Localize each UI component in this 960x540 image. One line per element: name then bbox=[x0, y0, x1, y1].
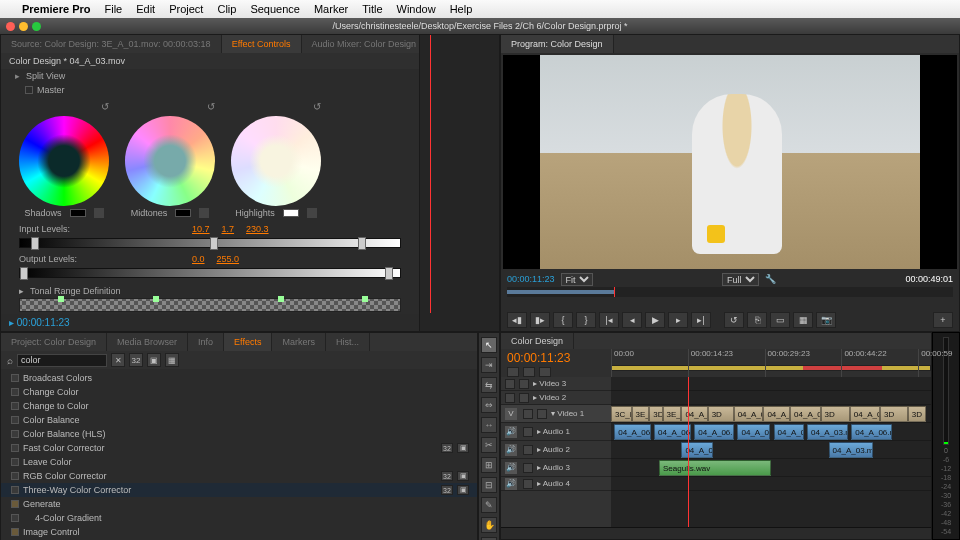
audio-clip[interactable]: 04_A_03.m bbox=[807, 424, 848, 440]
timeline-tracks-area[interactable]: 3C_B3E_A_01.m3D3E_A_004_A_043D04_A_06.m0… bbox=[611, 377, 931, 527]
audio-clip[interactable]: 04_A_06. bbox=[654, 424, 691, 440]
input-black[interactable]: 10.7 bbox=[192, 224, 210, 234]
video-clip[interactable]: 3D bbox=[708, 406, 734, 422]
output-black[interactable]: 0.0 bbox=[192, 254, 205, 264]
fx-item[interactable]: Three-Way Color Corrector32▣ bbox=[1, 483, 477, 497]
audio-clip[interactable]: 04_A_06.mc bbox=[851, 424, 892, 440]
fx-filter-accel[interactable]: ▣ bbox=[147, 353, 161, 367]
eye-icon[interactable] bbox=[505, 379, 515, 389]
effects-search-input[interactable] bbox=[17, 354, 107, 367]
menu-title[interactable]: Title bbox=[362, 3, 382, 15]
fx-item[interactable]: Leave Color bbox=[1, 455, 477, 469]
transport-button[interactable]: ▮▸ bbox=[530, 312, 550, 328]
mute-icon[interactable]: 🔊 bbox=[505, 462, 517, 474]
transport-button[interactable]: ▦ bbox=[793, 312, 813, 328]
midtones-color-wheel[interactable] bbox=[125, 116, 215, 206]
fx-item[interactable]: Broadcast Colors bbox=[1, 371, 477, 385]
track-v1-label[interactable]: ▾ Video 1 bbox=[551, 409, 584, 418]
tab-audio-mixer[interactable]: Audio Mixer: Color Design bbox=[302, 35, 428, 53]
disclosure-icon[interactable]: ▸ bbox=[19, 286, 24, 296]
tonal-range-slider[interactable] bbox=[19, 298, 401, 312]
fx-item[interactable]: Change Color bbox=[1, 385, 477, 399]
video-clip[interactable]: 3D bbox=[649, 406, 662, 422]
fx-item[interactable]: Generate bbox=[1, 497, 477, 511]
ec-timeline-strip[interactable] bbox=[419, 35, 499, 331]
rolling-edit-tool[interactable]: ⇔ bbox=[481, 397, 497, 413]
video-clip[interactable]: 04_A_06 bbox=[790, 406, 820, 422]
tab-source[interactable]: Source: Color Design: 3E_A_01.mov: 00:00… bbox=[1, 35, 222, 53]
mute-icon[interactable]: 🔊 bbox=[505, 426, 517, 438]
tab-project[interactable]: Project: Color Design bbox=[1, 333, 107, 351]
lock-icon[interactable] bbox=[537, 409, 547, 419]
disclosure-icon[interactable]: ▸ bbox=[15, 71, 20, 81]
tab-effect-controls[interactable]: Effect Controls bbox=[222, 35, 302, 53]
marker-icon[interactable] bbox=[523, 367, 535, 377]
program-scrubber[interactable] bbox=[507, 287, 953, 297]
audio-clip[interactable]: 04_A_03.m bbox=[737, 424, 770, 440]
playhead[interactable] bbox=[688, 377, 689, 527]
split-view-label[interactable]: Split View bbox=[26, 71, 65, 81]
menu-sequence[interactable]: Sequence bbox=[250, 3, 300, 15]
output-white[interactable]: 255.0 bbox=[217, 254, 240, 264]
video-clip[interactable]: 04_A_03.m bbox=[763, 406, 790, 422]
fx-filter-yuv[interactable]: ▦ bbox=[165, 353, 179, 367]
lock-icon[interactable] bbox=[523, 427, 533, 437]
eye-icon[interactable] bbox=[505, 393, 515, 403]
lock-icon[interactable] bbox=[519, 379, 529, 389]
ec-timecode[interactable]: ▸ 00:00:11:23 bbox=[9, 317, 70, 328]
resolution-select[interactable]: Full bbox=[722, 273, 759, 286]
ripple-edit-tool[interactable]: ⇆ bbox=[481, 377, 497, 393]
fx-item[interactable]: Color Balance (HLS) bbox=[1, 427, 477, 441]
track-a1-label[interactable]: ▸ Audio 1 bbox=[537, 427, 570, 436]
menu-project[interactable]: Project bbox=[169, 3, 203, 15]
eyedropper-icon[interactable] bbox=[94, 208, 104, 218]
reset-icon[interactable]: ↺ bbox=[101, 101, 109, 112]
hand-tool[interactable]: ✋ bbox=[481, 517, 497, 533]
fx-item[interactable]: Fast Color Corrector32▣ bbox=[1, 441, 477, 455]
effects-list[interactable]: Broadcast ColorsChange ColorChange to Co… bbox=[1, 369, 477, 540]
lock-icon[interactable] bbox=[523, 445, 533, 455]
mute-icon[interactable]: 🔊 bbox=[505, 444, 517, 456]
razor-tool[interactable]: ✂ bbox=[481, 437, 497, 453]
video-clip[interactable]: 04_A_03.m bbox=[850, 406, 880, 422]
transport-button[interactable]: ▸| bbox=[691, 312, 711, 328]
timeline-ruler[interactable]: 00:0000:00:14:2300:00:29:2300:00:44:2200… bbox=[611, 349, 931, 377]
transport-button[interactable]: ◂▮ bbox=[507, 312, 527, 328]
transport-button[interactable]: ⎘ bbox=[747, 312, 767, 328]
track-v2-label[interactable]: ▸ Video 2 bbox=[533, 393, 566, 402]
transport-button[interactable]: ↺ bbox=[724, 312, 744, 328]
fx-item[interactable]: Change to Color bbox=[1, 399, 477, 413]
audio-clip[interactable]: 04_A_06.mov bbox=[614, 424, 651, 440]
app-menu[interactable]: Premiere Pro bbox=[22, 3, 90, 15]
video-clip[interactable]: 3C_B bbox=[611, 406, 632, 422]
audio-clip[interactable]: 04_A_03.mov bbox=[829, 442, 874, 458]
timeline-timecode[interactable]: 00:00:11:23 bbox=[507, 351, 605, 365]
tab-history[interactable]: Hist... bbox=[326, 333, 370, 351]
macos-menubar[interactable]: Premiere Pro File Edit Project Clip Sequ… bbox=[0, 0, 960, 18]
eyedropper-icon[interactable] bbox=[199, 208, 209, 218]
midtones-swatch[interactable] bbox=[175, 209, 191, 217]
video-clip[interactable]: 3E_A_01.m bbox=[632, 406, 650, 422]
target-v1[interactable]: V bbox=[505, 408, 517, 420]
shadows-color-wheel[interactable] bbox=[19, 116, 109, 206]
slide-tool[interactable]: ⊟ bbox=[481, 477, 497, 493]
audio-clip[interactable]: 04_A_06.m bbox=[774, 424, 804, 440]
audio-clip[interactable]: Seagulls.wav bbox=[659, 460, 771, 476]
transport-button[interactable]: ▶ bbox=[645, 312, 665, 328]
eye-icon[interactable] bbox=[523, 409, 533, 419]
settings-icon[interactable] bbox=[539, 367, 551, 377]
video-clip[interactable]: 04_A_06.m bbox=[734, 406, 764, 422]
track-a2-label[interactable]: ▸ Audio 2 bbox=[537, 445, 570, 454]
lock-icon[interactable] bbox=[519, 393, 529, 403]
zoom-select[interactable]: Fit bbox=[561, 273, 593, 286]
menu-marker[interactable]: Marker bbox=[314, 3, 348, 15]
video-clip[interactable]: 3E_A_0 bbox=[663, 406, 682, 422]
master-checkbox[interactable] bbox=[25, 86, 33, 94]
tab-markers[interactable]: Markers bbox=[272, 333, 326, 351]
highlights-swatch[interactable] bbox=[283, 209, 299, 217]
clear-search-icon[interactable]: ✕ bbox=[111, 353, 125, 367]
video-clip[interactable]: 04_A_04 bbox=[681, 406, 707, 422]
track-a3-label[interactable]: ▸ Audio 3 bbox=[537, 463, 570, 472]
input-white[interactable]: 230.3 bbox=[246, 224, 269, 234]
fx-item[interactable]: Image Control bbox=[1, 525, 477, 539]
